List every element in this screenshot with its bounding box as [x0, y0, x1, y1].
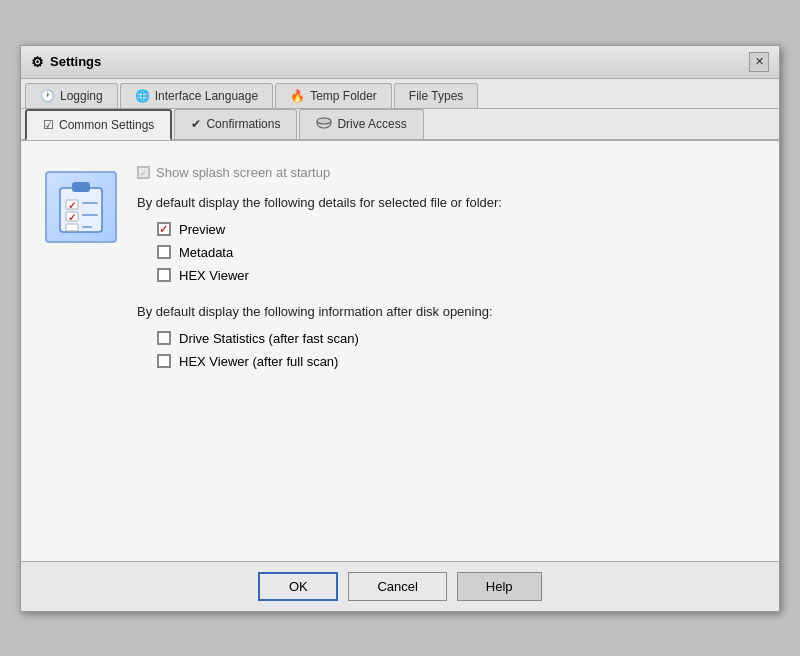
preview-label: Preview	[179, 222, 225, 237]
preview-checkbox-box[interactable]: ✓	[157, 222, 171, 236]
help-button[interactable]: Help	[457, 572, 542, 601]
content-inner: ✓ ✓	[45, 161, 755, 389]
drive-statistics-checkbox-box[interactable]	[157, 331, 171, 345]
title-bar: ⚙ Settings ✕	[21, 46, 779, 79]
tab-row-1: 🕐 Logging 🌐 Interface Language 🔥 Temp Fo…	[21, 79, 779, 109]
tab-common-settings[interactable]: ☑ Common Settings	[25, 109, 172, 140]
footer: OK Cancel Help	[21, 561, 779, 611]
content-area: ✓ ✓	[21, 141, 779, 561]
tab-common-settings-label: Common Settings	[59, 118, 154, 132]
drive-access-icon	[316, 115, 332, 134]
tab-interface-language[interactable]: 🌐 Interface Language	[120, 83, 273, 108]
checkbox-hex-viewer[interactable]: HEX Viewer	[157, 268, 755, 283]
metadata-checkbox-box[interactable]	[157, 245, 171, 259]
hex-viewer-checkbox-box[interactable]	[157, 268, 171, 282]
tab-logging[interactable]: 🕐 Logging	[25, 83, 118, 108]
tab-interface-language-label: Interface Language	[155, 89, 258, 103]
tab-temp-folder-label: Temp Folder	[310, 89, 377, 103]
checkbox-logo-icon: ✓ ✓	[56, 180, 106, 234]
tab-confirmations-label: Confirmations	[206, 117, 280, 131]
tab-row-2: ☑ Common Settings ✔ Confirmations Drive …	[21, 109, 779, 141]
tab-logging-label: Logging	[60, 89, 103, 103]
metadata-label: Metadata	[179, 245, 233, 260]
checkbox-drive-statistics[interactable]: Drive Statistics (after fast scan)	[157, 331, 755, 346]
checkbox-hex-viewer-full[interactable]: HEX Viewer (after full scan)	[157, 354, 755, 369]
svg-rect-18	[159, 333, 170, 344]
svg-rect-9	[82, 202, 98, 204]
window-title: Settings	[50, 54, 101, 69]
tab-confirmations[interactable]: ✔ Confirmations	[174, 109, 297, 139]
svg-rect-19	[159, 356, 170, 367]
confirmations-icon: ✔	[191, 117, 201, 131]
svg-text:✓: ✓	[68, 212, 76, 223]
title-bar-left: ⚙ Settings	[31, 54, 101, 70]
options-area: ✓ Show splash screen at startup By defau…	[137, 161, 755, 389]
close-button[interactable]: ✕	[749, 52, 769, 72]
hex-viewer-label: HEX Viewer	[179, 268, 249, 283]
checkbox-preview[interactable]: ✓ Preview	[157, 222, 755, 237]
temp-folder-icon: 🔥	[290, 89, 305, 103]
common-settings-icon: ☑	[43, 118, 54, 132]
tab-drive-access-label: Drive Access	[337, 117, 406, 131]
section2-checkboxes: Drive Statistics (after fast scan) HEX V…	[157, 331, 755, 369]
splash-screen-row: ✓ Show splash screen at startup	[137, 165, 755, 180]
tab-drive-access[interactable]: Drive Access	[299, 109, 423, 139]
svg-rect-11	[82, 226, 92, 228]
tab-file-types-label: File Types	[409, 89, 463, 103]
svg-rect-16	[159, 247, 170, 258]
svg-point-1	[317, 118, 331, 124]
tab-file-types[interactable]: File Types	[394, 83, 478, 108]
svg-text:✓: ✓	[159, 223, 168, 235]
cancel-button[interactable]: Cancel	[348, 572, 446, 601]
app-icon-box: ✓ ✓	[45, 171, 117, 243]
section2-label: By default display the following informa…	[137, 303, 755, 321]
svg-rect-8	[66, 224, 78, 231]
ok-button[interactable]: OK	[258, 572, 338, 601]
splash-screen-checkbox[interactable]: ✓	[137, 166, 150, 179]
hex-viewer-full-checkbox-box[interactable]	[157, 354, 171, 368]
app-icon-area: ✓ ✓	[45, 171, 117, 243]
svg-text:✓: ✓	[68, 200, 76, 211]
splash-screen-label: Show splash screen at startup	[156, 165, 330, 180]
svg-text:✓: ✓	[140, 168, 147, 178]
interface-language-icon: 🌐	[135, 89, 150, 103]
tab-temp-folder[interactable]: 🔥 Temp Folder	[275, 83, 392, 108]
svg-rect-10	[82, 214, 98, 216]
checkbox-metadata[interactable]: Metadata	[157, 245, 755, 260]
hex-viewer-full-label: HEX Viewer (after full scan)	[179, 354, 338, 369]
svg-rect-17	[159, 270, 170, 281]
window-icon: ⚙	[31, 54, 44, 70]
drive-statistics-label: Drive Statistics (after fast scan)	[179, 331, 359, 346]
settings-window: ⚙ Settings ✕ 🕐 Logging 🌐 Interface Langu…	[20, 45, 780, 612]
svg-rect-3	[72, 182, 90, 192]
logging-icon: 🕐	[40, 89, 55, 103]
section1-checkboxes: ✓ Preview Metadata	[157, 222, 755, 283]
section1-label: By default display the following details…	[137, 194, 755, 212]
